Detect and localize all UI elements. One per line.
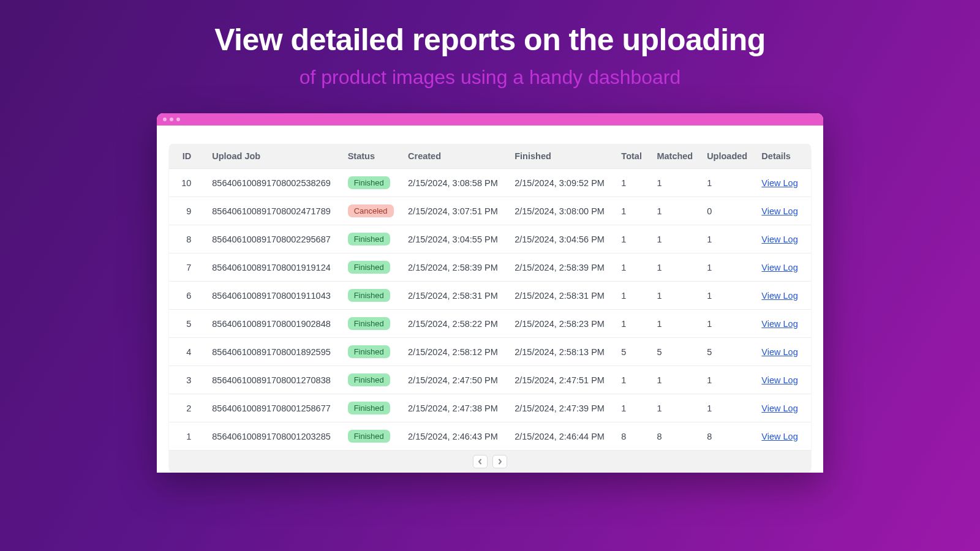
cell-matched: 1 (650, 253, 701, 282)
cell-created: 2/15/2024, 2:58:12 PM (402, 338, 508, 366)
cell-finished: 2/15/2024, 2:58:23 PM (508, 310, 615, 338)
cell-status: Finished (342, 225, 402, 253)
chevron-left-icon (477, 459, 483, 465)
cell-status: Finished (342, 422, 402, 451)
cell-created: 2/15/2024, 3:04:55 PM (402, 225, 508, 253)
table-row: 1856406100891708001203285Finished2/15/20… (169, 422, 811, 451)
cell-matched: 1 (650, 394, 701, 422)
cell-finished: 2/15/2024, 2:46:44 PM (508, 422, 615, 451)
view-log-link[interactable]: View Log (761, 347, 797, 357)
cell-created: 2/15/2024, 2:58:31 PM (402, 282, 508, 310)
cell-created: 2/15/2024, 2:58:22 PM (402, 310, 508, 338)
cell-details: View Log (755, 225, 811, 253)
cell-created: 2/15/2024, 3:08:58 PM (402, 169, 508, 197)
cell-upload-job: 856406100891708001911043 (206, 282, 341, 310)
cell-status: Finished (342, 394, 402, 422)
cell-details: View Log (755, 197, 811, 225)
cell-uploaded: 0 (701, 197, 755, 225)
cell-matched: 1 (650, 169, 701, 197)
cell-details: View Log (755, 338, 811, 366)
cell-created: 2/15/2024, 2:58:39 PM (402, 253, 508, 282)
cell-matched: 8 (650, 422, 701, 451)
table-header-row: ID Upload Job Status Created Finished To… (169, 144, 811, 169)
cell-total: 8 (615, 422, 650, 451)
cell-total: 1 (615, 366, 650, 394)
table-row: 6856406100891708001911043Finished2/15/20… (169, 282, 811, 310)
window-dot-icon (163, 118, 167, 121)
cell-upload-job: 856406100891708002538269 (206, 169, 341, 197)
cell-id: 8 (169, 225, 206, 253)
cell-upload-job: 856406100891708001892595 (206, 338, 341, 366)
status-badge: Finished (348, 289, 390, 302)
status-badge: Finished (348, 430, 390, 443)
cell-details: View Log (755, 282, 811, 310)
table-row: 5856406100891708001902848Finished2/15/20… (169, 310, 811, 338)
table-row: 2856406100891708001258677Finished2/15/20… (169, 394, 811, 422)
status-badge: Finished (348, 373, 390, 386)
status-badge: Finished (348, 402, 390, 414)
cell-total: 1 (615, 197, 650, 225)
table-row: 8856406100891708002295687Finished2/15/20… (169, 225, 811, 253)
cell-matched: 1 (650, 310, 701, 338)
page-prev-button[interactable] (473, 455, 488, 468)
view-log-link[interactable]: View Log (761, 375, 797, 385)
view-log-link[interactable]: View Log (761, 234, 797, 244)
chevron-right-icon (497, 459, 503, 465)
page-next-button[interactable] (492, 455, 507, 468)
cell-finished: 2/15/2024, 3:08:00 PM (508, 197, 615, 225)
pagination (169, 451, 811, 473)
col-header-details: Details (755, 144, 811, 169)
status-badge: Finished (348, 261, 390, 274)
view-log-link[interactable]: View Log (761, 178, 797, 188)
hero-subtitle: of product images using a handy dashboar… (0, 66, 980, 89)
window-dot-icon (170, 118, 173, 121)
table-row: 3856406100891708001270838Finished2/15/20… (169, 366, 811, 394)
cell-total: 1 (615, 225, 650, 253)
status-badge: Finished (348, 233, 390, 246)
cell-id: 7 (169, 253, 206, 282)
cell-upload-job: 856406100891708001902848 (206, 310, 341, 338)
cell-finished: 2/15/2024, 3:09:52 PM (508, 169, 615, 197)
window-dot-icon (176, 118, 180, 121)
cell-upload-job: 856406100891708001270838 (206, 366, 341, 394)
col-header-created: Created (402, 144, 508, 169)
cell-uploaded: 1 (701, 394, 755, 422)
cell-details: View Log (755, 253, 811, 282)
col-header-matched: Matched (650, 144, 701, 169)
cell-finished: 2/15/2024, 2:58:13 PM (508, 338, 615, 366)
cell-id: 9 (169, 197, 206, 225)
view-log-link[interactable]: View Log (761, 291, 797, 301)
cell-id: 4 (169, 338, 206, 366)
report-card: ID Upload Job Status Created Finished To… (169, 144, 811, 473)
col-header-uploaded: Uploaded (701, 144, 755, 169)
col-header-status: Status (342, 144, 402, 169)
cell-details: View Log (755, 394, 811, 422)
view-log-link[interactable]: View Log (761, 319, 797, 329)
cell-upload-job: 856406100891708001919124 (206, 253, 341, 282)
cell-finished: 2/15/2024, 2:47:51 PM (508, 366, 615, 394)
cell-uploaded: 1 (701, 253, 755, 282)
cell-total: 1 (615, 282, 650, 310)
cell-total: 1 (615, 169, 650, 197)
cell-uploaded: 1 (701, 310, 755, 338)
cell-status: Finished (342, 253, 402, 282)
cell-created: 2/15/2024, 3:07:51 PM (402, 197, 508, 225)
cell-details: View Log (755, 169, 811, 197)
cell-id: 3 (169, 366, 206, 394)
view-log-link[interactable]: View Log (761, 403, 797, 413)
status-badge: Finished (348, 176, 390, 189)
view-log-link[interactable]: View Log (761, 263, 797, 272)
cell-details: View Log (755, 422, 811, 451)
cell-finished: 2/15/2024, 2:58:39 PM (508, 253, 615, 282)
cell-upload-job: 856406100891708001203285 (206, 422, 341, 451)
col-header-total: Total (615, 144, 650, 169)
view-log-link[interactable]: View Log (761, 432, 797, 441)
cell-matched: 1 (650, 366, 701, 394)
window-titlebar (157, 113, 823, 126)
cell-status: Canceled (342, 197, 402, 225)
cell-status: Finished (342, 366, 402, 394)
cell-id: 2 (169, 394, 206, 422)
cell-matched: 1 (650, 282, 701, 310)
cell-total: 1 (615, 310, 650, 338)
view-log-link[interactable]: View Log (761, 206, 797, 216)
